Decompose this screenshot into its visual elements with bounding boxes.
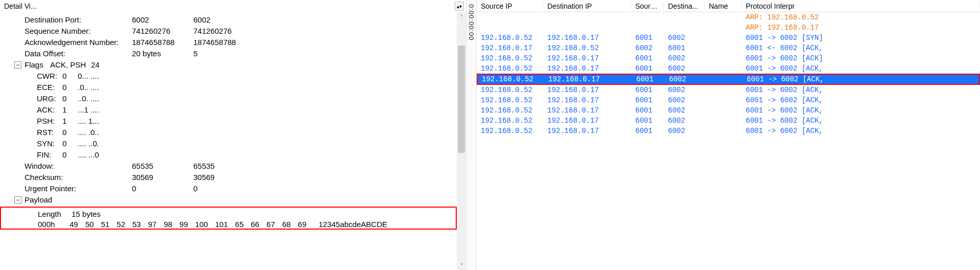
cell-dest-port: 6002 xyxy=(664,96,705,104)
cell-dest-ip: 192.168.0.17 xyxy=(543,54,631,62)
cell-source-ip: 192.168.0.52 xyxy=(477,117,543,125)
cell-protocol: 6001 -> 6002 [ACK, xyxy=(742,96,980,104)
row-flag-psh[interactable]: PSH:1.... 1... xyxy=(0,116,457,127)
cell-protocol: 6001 -> 6002 [ACK, xyxy=(742,106,980,115)
header-protocol[interactable]: Protocol Interpr xyxy=(742,2,980,10)
cell-source-ip: 192.168.0.52 xyxy=(477,64,543,73)
panel-spinner-button[interactable]: ▴▾ xyxy=(455,2,464,11)
scroll-track[interactable] xyxy=(457,21,466,261)
detail-scrollbar[interactable]: ˄ ˅ xyxy=(457,12,466,270)
cell-source-port: 6001 xyxy=(631,54,664,62)
collapse-icon[interactable]: − xyxy=(14,196,21,204)
hex-byte: 97 xyxy=(148,220,157,229)
row-ack-number[interactable]: Acknowledgement Number: 1874658788 18746… xyxy=(0,37,457,48)
header-dest-port[interactable]: Destina... xyxy=(664,2,705,10)
row-flag-rst[interactable]: RST:0.... .0.. xyxy=(0,127,457,138)
cell-source-port: 6001 xyxy=(631,86,664,94)
cell-dest-port: 6002 xyxy=(664,64,705,73)
cell-source-ip: 192.168.0.52 xyxy=(477,106,543,115)
hex-byte: 50 xyxy=(85,220,94,229)
cell-protocol: 6001 -> 6002 [SYN] xyxy=(742,34,980,42)
cell-protocol: 6001 -> 6002 [ACK, xyxy=(743,75,979,83)
row-sequence-number[interactable]: Sequence Number: 741260276 741260276 xyxy=(0,26,457,37)
header-source-port[interactable]: Sourc... xyxy=(631,2,664,10)
cell-dest-ip: 192.168.0.17 xyxy=(544,75,632,83)
packet-row[interactable]: 192.168.0.52192.168.0.17600160026001 -> … xyxy=(477,95,980,105)
row-window[interactable]: Window: 65535 65535 xyxy=(0,161,457,172)
row-flag-cwr[interactable]: CWR:00... .... xyxy=(0,71,457,82)
hex-byte: 52 xyxy=(117,220,125,229)
hex-byte: 100 xyxy=(195,220,208,229)
cell-source-ip: 192.168.0.17 xyxy=(477,44,543,52)
hex-byte: 53 xyxy=(132,220,141,229)
packet-rows-container: ARP: 192.168.0.52ARP: 192.168.0.17192.16… xyxy=(477,12,980,270)
cell-dest-ip: 192.168.0.52 xyxy=(543,44,631,52)
packet-row[interactable]: 192.168.0.52192.168.0.17600160026001 -> … xyxy=(477,63,980,74)
row-payload[interactable]: − Payload xyxy=(0,194,457,206)
row-flag-ack[interactable]: ACK:1...1 .... xyxy=(0,104,457,116)
cell-protocol: 6001 <- 6002 [ACK, xyxy=(742,44,980,52)
row-flag-urg[interactable]: URG:0..0. .... xyxy=(0,93,457,104)
scroll-down-icon[interactable]: ˅ xyxy=(457,261,466,270)
cell-dest-ip: 192.168.0.17 xyxy=(543,127,631,135)
cell-source-port: 6001 xyxy=(631,106,664,115)
cell-dest-ip: 192.168.0.17 xyxy=(543,34,631,42)
row-data-offset[interactable]: Data Offset: 20 bytes 5 xyxy=(0,48,457,59)
packet-row[interactable]: 192.168.0.17192.168.0.52600260016001 <- … xyxy=(477,43,980,53)
scroll-up-icon[interactable]: ˄ xyxy=(457,12,466,21)
cell-dest-ip: 192.168.0.17 xyxy=(543,117,631,125)
hex-byte: 101 xyxy=(215,220,228,229)
cell-source-ip: 192.168.0.52 xyxy=(477,54,543,62)
hex-byte: 68 xyxy=(282,220,291,229)
packet-row[interactable]: 192.168.0.52192.168.0.17600160026001 -> … xyxy=(477,116,980,126)
cell-source-ip: 192.168.0.52 xyxy=(477,34,543,42)
hex-byte: 99 xyxy=(180,220,188,229)
row-flags[interactable]: − Flags ACK, PSH 24 xyxy=(0,59,457,71)
cell-source-port: 6001 xyxy=(631,34,664,42)
detail-view-title: Detail Vi... xyxy=(4,2,455,10)
cell-source-port: 6001 xyxy=(631,64,664,73)
header-name[interactable]: Name xyxy=(705,2,742,10)
scroll-thumb[interactable] xyxy=(458,46,465,153)
row-length[interactable]: Length 15 bytes xyxy=(1,209,456,220)
cell-source-ip: 192.168.0.52 xyxy=(477,127,543,135)
cell-dest-port: 6002 xyxy=(664,117,705,125)
row-flag-syn[interactable]: SYN:0.... ..0. xyxy=(0,138,457,149)
header-source-ip[interactable]: Source IP xyxy=(477,2,543,10)
hex-ascii: 12345abcdeABCDE xyxy=(319,220,387,229)
row-destination-port[interactable]: Destination Port: 6002 6002 xyxy=(0,14,457,26)
cell-dest-ip: 192.168.0.17 xyxy=(543,106,631,115)
packet-list-panel: Source IP Destination IP Sourc... Destin… xyxy=(477,0,980,270)
up-down-icon: ▴▾ xyxy=(457,4,462,9)
packet-row[interactable]: 192.168.0.52192.168.0.17600160026001 -> … xyxy=(477,85,980,95)
packet-row[interactable]: 192.168.0.52192.168.0.17600160026001 -> … xyxy=(477,33,980,43)
collapse-icon[interactable]: − xyxy=(14,61,21,69)
packet-row[interactable]: 192.168.0.52192.168.0.17600160026001 -> … xyxy=(477,105,980,116)
hex-byte: 66 xyxy=(251,220,259,229)
packet-row[interactable]: ARP: 192.168.0.52 xyxy=(477,12,980,22)
detail-view-titlebar: Detail Vi... ▴▾ xyxy=(0,0,466,12)
row-hex-dump[interactable]: 000h 49 50 51 52 53 97 98 99 100 101 65 … xyxy=(1,220,456,229)
cell-dest-ip: 192.168.0.17 xyxy=(543,64,631,73)
cell-source-port: 6001 xyxy=(631,117,664,125)
hex-byte: 49 xyxy=(70,220,78,229)
row-checksum[interactable]: Checksum: 30569 30569 xyxy=(0,172,457,183)
cell-protocol: 6001 -> 6002 [ACK, xyxy=(742,117,980,125)
row-flag-fin[interactable]: FIN:0.... ...0 xyxy=(0,149,457,161)
packet-row[interactable]: 192.168.0.52192.168.0.17600160026001 -> … xyxy=(477,126,980,136)
packet-row[interactable]: ARP: 192.168.0.17 xyxy=(477,22,980,33)
cell-dest-port: 6002 xyxy=(664,54,705,62)
hex-byte: 67 xyxy=(266,220,275,229)
row-urgent-pointer[interactable]: Urgent Pointer: 0 0 xyxy=(0,183,457,194)
cell-dest-port: 6001 xyxy=(664,44,705,52)
cell-source-port: 6001 xyxy=(632,75,665,83)
hex-byte: 51 xyxy=(101,220,109,229)
payload-highlight: Length 15 bytes 000h 49 50 51 52 53 97 9… xyxy=(0,207,457,230)
packet-row[interactable]: 192.168.0.52192.168.0.17600160026001 -> … xyxy=(477,53,980,63)
header-destination-ip[interactable]: Destination IP xyxy=(543,2,631,10)
cell-source-port: 6001 xyxy=(631,96,664,104)
row-flag-ece[interactable]: ECE:0.0.. .... xyxy=(0,82,457,93)
packet-row[interactable]: 192.168.0.52192.168.0.17600160026001 -> … xyxy=(477,74,980,85)
cell-dest-port: 6002 xyxy=(665,75,706,83)
cell-dest-ip: 192.168.0.17 xyxy=(543,96,631,104)
